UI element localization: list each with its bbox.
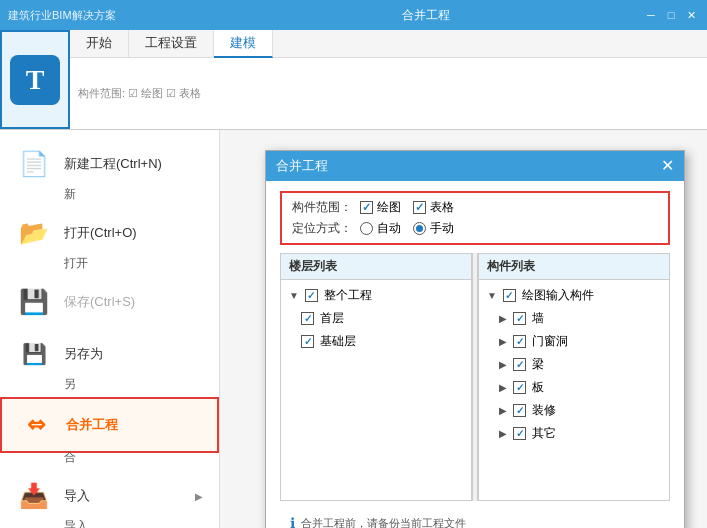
decor-checkbox[interactable]: ✓ bbox=[513, 404, 526, 417]
info-icon: ℹ bbox=[290, 515, 295, 528]
slab-expand-icon: ▶ bbox=[499, 382, 507, 393]
tab-modeling[interactable]: 建模 bbox=[214, 30, 273, 58]
first-floor-checkbox[interactable]: ✓ bbox=[301, 312, 314, 325]
slab-checkbox[interactable]: ✓ bbox=[513, 381, 526, 394]
manual-radio[interactable]: 手动 bbox=[413, 220, 454, 237]
import-icon: 📥 bbox=[16, 478, 52, 514]
component-list-panel: 构件列表 ▼ ✓ 绘图输入构件 ▶ bbox=[478, 253, 670, 501]
comp-item-drawing[interactable]: ▼ ✓ 绘图输入构件 bbox=[479, 284, 669, 307]
drawing-checkbox[interactable]: ✓ 绘图 bbox=[360, 199, 401, 216]
top-bar-controls: ─ □ ✕ bbox=[643, 7, 699, 23]
drawing-checkbox-label: 绘图 bbox=[377, 199, 401, 216]
base-floor-checkbox[interactable]: ✓ bbox=[301, 335, 314, 348]
merge-icon: ⇔ bbox=[18, 407, 54, 443]
drawing-comp-check-icon: ✓ bbox=[505, 290, 513, 301]
open-short: 打开 bbox=[0, 255, 219, 272]
comp-item-decor[interactable]: ▶ ✓ 装修 bbox=[479, 399, 669, 422]
floor-item-all-label: 整个工程 bbox=[324, 287, 372, 304]
first-floor-check-icon: ✓ bbox=[304, 313, 312, 324]
drawing-expand-icon: ▼ bbox=[487, 290, 497, 301]
base-floor-check-icon: ✓ bbox=[304, 336, 312, 347]
dialog-title: 合并工程 bbox=[276, 157, 328, 175]
door-expand-icon: ▶ bbox=[499, 336, 507, 347]
saveas-label: 另存为 bbox=[64, 345, 103, 363]
component-scope-row: 构件范围： ✓ 绘图 ✓ bbox=[292, 199, 658, 216]
comp-item-wall-label: 墙 bbox=[532, 310, 544, 327]
floor-item-all[interactable]: ▼ ✓ 整个工程 bbox=[281, 284, 471, 307]
saveas-icon: 💾 bbox=[16, 336, 52, 372]
options-box: 构件范围： ✓ 绘图 ✓ bbox=[280, 191, 670, 245]
wall-expand-icon: ▶ bbox=[499, 313, 507, 324]
beam-check-icon: ✓ bbox=[516, 359, 524, 370]
save-icon: 💾 bbox=[16, 284, 52, 320]
new-label: 新建工程(Ctrl+N) bbox=[64, 155, 162, 173]
table-checkbox-box: ✓ bbox=[413, 201, 426, 214]
drawing-comp-checkbox[interactable]: ✓ bbox=[503, 289, 516, 302]
saveas-short: 另 bbox=[0, 376, 219, 393]
app-window: 建筑行业BIM解决方案 合并工程 ─ □ ✕ T 开始 工程设置 建模 构件范围… bbox=[0, 0, 707, 528]
floor-list-body: ▼ ✓ 整个工程 ✓ 首层 bbox=[281, 280, 471, 500]
comp-item-wall[interactable]: ▶ ✓ 墙 bbox=[479, 307, 669, 330]
top-bar-path: 建筑行业BIM解决方案 bbox=[8, 8, 208, 23]
drawing-check-icon: ✓ bbox=[362, 201, 371, 214]
maximize-button[interactable]: □ bbox=[663, 7, 679, 23]
menu-item-new[interactable]: 📄 新建工程(Ctrl+N) bbox=[0, 138, 219, 190]
menu-item-saveas[interactable]: 💾 另存为 bbox=[0, 328, 219, 380]
minimize-button[interactable]: ─ bbox=[643, 7, 659, 23]
floor-item-first-label: 首层 bbox=[320, 310, 344, 327]
dialog-close-button[interactable]: ✕ bbox=[661, 158, 674, 174]
wall-check-icon: ✓ bbox=[516, 313, 524, 324]
all-checkbox[interactable]: ✓ bbox=[305, 289, 318, 302]
ribbon-content-area: 构件范围: ☑ 绘图 ☑ 表格 bbox=[78, 86, 201, 101]
comp-item-drawing-label: 绘图输入构件 bbox=[522, 287, 594, 304]
beam-checkbox[interactable]: ✓ bbox=[513, 358, 526, 371]
manual-radio-circle bbox=[413, 222, 426, 235]
comp-item-beam-label: 梁 bbox=[532, 356, 544, 373]
import-arrow-icon: ▶ bbox=[195, 491, 203, 502]
menu-item-open[interactable]: 📂 打开(Ctrl+O) bbox=[0, 207, 219, 259]
open-label: 打开(Ctrl+O) bbox=[64, 224, 137, 242]
merge-dialog: 合并工程 ✕ 构件范围： ✓ 绘图 bbox=[265, 150, 685, 528]
merge-label: 合并工程 bbox=[66, 416, 118, 434]
all-expand-icon: ▼ bbox=[289, 290, 299, 301]
logo-button[interactable]: T bbox=[0, 30, 70, 129]
comp-item-slab[interactable]: ▶ ✓ 板 bbox=[479, 376, 669, 399]
door-checkbox[interactable]: ✓ bbox=[513, 335, 526, 348]
tab-start[interactable]: 开始 bbox=[70, 30, 129, 57]
wall-checkbox[interactable]: ✓ bbox=[513, 312, 526, 325]
location-row: 定位方式： 自动 手动 bbox=[292, 220, 658, 237]
floor-item-first[interactable]: ✓ 首层 bbox=[281, 307, 471, 330]
list-area: 楼层列表 ▼ ✓ 整个工程 ✓ bbox=[280, 253, 670, 501]
slab-check-icon: ✓ bbox=[516, 382, 524, 393]
comp-item-other[interactable]: ▶ ✓ 其它 bbox=[479, 422, 669, 445]
radio-group: 自动 手动 bbox=[360, 220, 454, 237]
component-list-body: ▼ ✓ 绘图输入构件 ▶ ✓ 墙 bbox=[479, 280, 669, 500]
comp-item-door[interactable]: ▶ ✓ 门窗洞 bbox=[479, 330, 669, 353]
comp-item-decor-label: 装修 bbox=[532, 402, 556, 419]
menu-item-save: 💾 保存(Ctrl+S) bbox=[0, 276, 219, 328]
close-button[interactable]: ✕ bbox=[683, 7, 699, 23]
other-checkbox[interactable]: ✓ bbox=[513, 427, 526, 440]
tabs-ribbon: 开始 工程设置 建模 构件范围: ☑ 绘图 ☑ 表格 bbox=[70, 30, 707, 129]
floor-item-base[interactable]: ✓ 基础层 bbox=[281, 330, 471, 353]
merge-short: 合 bbox=[0, 449, 219, 466]
footer-info: ℹ 合并工程前，请备份当前工程文件 bbox=[290, 515, 660, 528]
comp-item-beam[interactable]: ▶ ✓ 梁 bbox=[479, 353, 669, 376]
auto-radio-circle bbox=[360, 222, 373, 235]
component-scope-label: 构件范围： bbox=[292, 199, 352, 216]
top-bar: 建筑行业BIM解决方案 合并工程 ─ □ ✕ bbox=[0, 0, 707, 30]
comp-item-door-label: 门窗洞 bbox=[532, 333, 568, 350]
table-checkbox[interactable]: ✓ 表格 bbox=[413, 199, 454, 216]
table-check-icon: ✓ bbox=[415, 201, 424, 214]
door-check-icon: ✓ bbox=[516, 336, 524, 347]
decor-expand-icon: ▶ bbox=[499, 405, 507, 416]
tab-settings[interactable]: 工程设置 bbox=[129, 30, 214, 57]
logo-icon: T bbox=[10, 55, 60, 105]
new-short: 新 bbox=[0, 186, 219, 203]
footer-info-text: 合并工程前，请备份当前工程文件 bbox=[301, 516, 466, 529]
menu-item-merge[interactable]: ⇔ 合并工程 bbox=[0, 397, 219, 453]
other-check-icon: ✓ bbox=[516, 428, 524, 439]
location-label: 定位方式： bbox=[292, 220, 352, 237]
menu-item-import[interactable]: 📥 导入 ▶ bbox=[0, 470, 219, 522]
auto-radio[interactable]: 自动 bbox=[360, 220, 401, 237]
